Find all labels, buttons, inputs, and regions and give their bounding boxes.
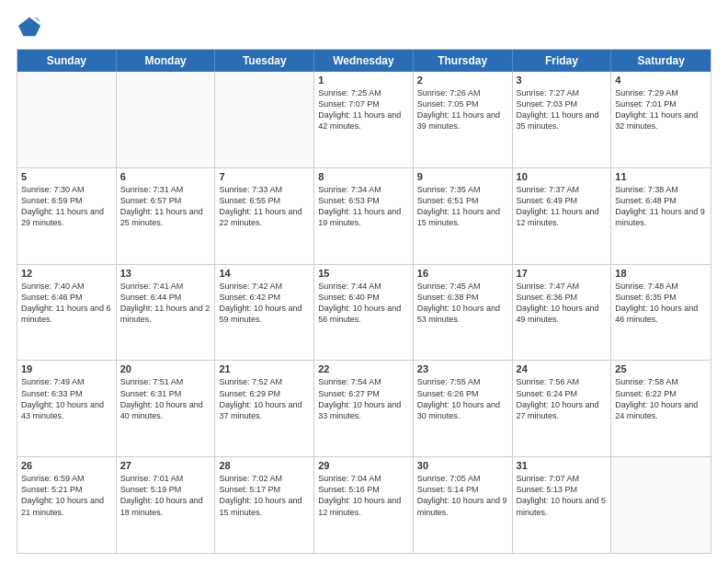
calendar-cell: 9Sunrise: 7:35 AMSunset: 6:51 PMDaylight… — [414, 168, 513, 264]
day-number: 8 — [318, 171, 409, 182]
cell-info: Sunrise: 7:38 AMSunset: 6:48 PMDaylight:… — [615, 184, 707, 229]
cell-info: Sunrise: 7:04 AMSunset: 5:16 PMDaylight:… — [318, 473, 409, 518]
day-number: 11 — [615, 171, 707, 182]
calendar-header-wednesday: Wednesday — [314, 50, 414, 72]
calendar-cell: 1Sunrise: 7:25 AMSunset: 7:07 PMDaylight… — [314, 72, 414, 167]
day-number: 2 — [417, 75, 508, 86]
cell-info: Sunrise: 7:47 AMSunset: 6:36 PMDaylight:… — [517, 281, 608, 326]
day-number: 31 — [517, 460, 608, 471]
day-number: 16 — [417, 268, 508, 279]
calendar-cell: 31Sunrise: 7:07 AMSunset: 5:13 PMDayligh… — [513, 457, 612, 553]
page: SundayMondayTuesdayWednesdayThursdayFrid… — [0, 0, 728, 563]
cell-info: Sunrise: 7:56 AMSunset: 6:24 PMDaylight:… — [517, 376, 608, 421]
calendar-cell: 25Sunrise: 7:58 AMSunset: 6:22 PMDayligh… — [611, 361, 711, 456]
calendar-cell: 28Sunrise: 7:02 AMSunset: 5:17 PMDayligh… — [215, 457, 314, 553]
calendar-cell: 7Sunrise: 7:33 AMSunset: 6:55 PMDaylight… — [215, 168, 314, 264]
calendar-header-friday: Friday — [513, 50, 612, 72]
calendar-header-monday: Monday — [117, 50, 216, 72]
cell-info: Sunrise: 7:25 AMSunset: 7:07 PMDaylight:… — [318, 87, 409, 132]
calendar-cell: 11Sunrise: 7:38 AMSunset: 6:48 PMDayligh… — [611, 168, 711, 264]
calendar-header-saturday: Saturday — [611, 50, 711, 72]
day-number: 30 — [417, 460, 508, 471]
calendar-header-row: SundayMondayTuesdayWednesdayThursdayFrid… — [17, 50, 711, 72]
day-number: 24 — [517, 363, 608, 374]
calendar-cell — [117, 72, 216, 167]
calendar: SundayMondayTuesdayWednesdayThursdayFrid… — [17, 49, 711, 554]
cell-info: Sunrise: 7:54 AMSunset: 6:27 PMDaylight:… — [318, 376, 409, 421]
calendar-header-thursday: Thursday — [414, 50, 513, 72]
cell-info: Sunrise: 7:55 AMSunset: 6:26 PMDaylight:… — [417, 376, 508, 421]
day-number: 10 — [517, 171, 608, 182]
calendar-cell: 13Sunrise: 7:41 AMSunset: 6:44 PMDayligh… — [117, 265, 216, 361]
calendar-header-tuesday: Tuesday — [215, 50, 314, 72]
calendar-cell — [17, 72, 117, 167]
cell-info: Sunrise: 7:40 AMSunset: 6:46 PMDaylight:… — [21, 281, 112, 326]
day-number: 29 — [318, 460, 409, 471]
day-number: 6 — [120, 171, 211, 182]
calendar-cell: 29Sunrise: 7:04 AMSunset: 5:16 PMDayligh… — [314, 457, 414, 553]
cell-info: Sunrise: 7:35 AMSunset: 6:51 PMDaylight:… — [417, 184, 508, 229]
calendar-cell: 10Sunrise: 7:37 AMSunset: 6:49 PMDayligh… — [513, 168, 612, 264]
day-number: 1 — [318, 75, 409, 86]
calendar-header-sunday: Sunday — [17, 50, 117, 72]
cell-info: Sunrise: 7:41 AMSunset: 6:44 PMDaylight:… — [120, 281, 211, 326]
calendar-body: 1Sunrise: 7:25 AMSunset: 7:07 PMDaylight… — [17, 72, 711, 553]
cell-info: Sunrise: 7:45 AMSunset: 6:38 PMDaylight:… — [417, 281, 508, 326]
cell-info: Sunrise: 7:42 AMSunset: 6:42 PMDaylight:… — [219, 281, 310, 326]
logo-icon — [17, 14, 42, 40]
calendar-week-4: 19Sunrise: 7:49 AMSunset: 6:33 PMDayligh… — [17, 361, 711, 457]
cell-info: Sunrise: 7:34 AMSunset: 6:53 PMDaylight:… — [318, 184, 409, 229]
calendar-cell: 8Sunrise: 7:34 AMSunset: 6:53 PMDaylight… — [314, 168, 414, 264]
cell-info: Sunrise: 7:31 AMSunset: 6:57 PMDaylight:… — [120, 184, 211, 229]
calendar-cell — [611, 457, 711, 553]
calendar-cell: 16Sunrise: 7:45 AMSunset: 6:38 PMDayligh… — [414, 265, 513, 361]
calendar-cell: 18Sunrise: 7:48 AMSunset: 6:35 PMDayligh… — [611, 265, 711, 361]
calendar-week-1: 1Sunrise: 7:25 AMSunset: 7:07 PMDaylight… — [17, 72, 711, 168]
svg-marker-0 — [18, 17, 40, 37]
logo — [17, 14, 46, 40]
day-number: 3 — [517, 75, 608, 86]
calendar-cell: 17Sunrise: 7:47 AMSunset: 6:36 PMDayligh… — [513, 265, 612, 361]
day-number: 18 — [615, 268, 707, 279]
cell-info: Sunrise: 7:30 AMSunset: 6:59 PMDaylight:… — [21, 184, 112, 229]
calendar-cell: 23Sunrise: 7:55 AMSunset: 6:26 PMDayligh… — [414, 361, 513, 456]
cell-info: Sunrise: 7:29 AMSunset: 7:01 PMDaylight:… — [615, 87, 707, 132]
day-number: 9 — [417, 171, 508, 182]
calendar-cell — [215, 72, 314, 167]
day-number: 12 — [21, 268, 112, 279]
cell-info: Sunrise: 7:58 AMSunset: 6:22 PMDaylight:… — [615, 376, 707, 421]
day-number: 28 — [219, 460, 310, 471]
cell-info: Sunrise: 7:49 AMSunset: 6:33 PMDaylight:… — [21, 376, 112, 421]
cell-info: Sunrise: 7:01 AMSunset: 5:19 PMDaylight:… — [120, 473, 211, 518]
calendar-cell: 30Sunrise: 7:05 AMSunset: 5:14 PMDayligh… — [414, 457, 513, 553]
header — [17, 14, 711, 40]
cell-info: Sunrise: 7:26 AMSunset: 7:05 PMDaylight:… — [417, 87, 508, 132]
day-number: 5 — [21, 171, 112, 182]
calendar-cell: 5Sunrise: 7:30 AMSunset: 6:59 PMDaylight… — [17, 168, 117, 264]
calendar-cell: 4Sunrise: 7:29 AMSunset: 7:01 PMDaylight… — [611, 72, 711, 167]
day-number: 26 — [21, 460, 112, 471]
calendar-cell: 21Sunrise: 7:52 AMSunset: 6:29 PMDayligh… — [215, 361, 314, 456]
calendar-week-3: 12Sunrise: 7:40 AMSunset: 6:46 PMDayligh… — [17, 265, 711, 362]
calendar-cell: 19Sunrise: 7:49 AMSunset: 6:33 PMDayligh… — [17, 361, 117, 456]
day-number: 23 — [417, 363, 508, 374]
day-number: 20 — [120, 363, 211, 374]
day-number: 14 — [219, 268, 310, 279]
calendar-cell: 6Sunrise: 7:31 AMSunset: 6:57 PMDaylight… — [117, 168, 216, 264]
cell-info: Sunrise: 7:05 AMSunset: 5:14 PMDaylight:… — [417, 473, 508, 518]
day-number: 19 — [21, 363, 112, 374]
day-number: 7 — [219, 171, 310, 182]
cell-info: Sunrise: 6:59 AMSunset: 5:21 PMDaylight:… — [21, 473, 112, 518]
calendar-cell: 20Sunrise: 7:51 AMSunset: 6:31 PMDayligh… — [117, 361, 216, 456]
day-number: 17 — [517, 268, 608, 279]
cell-info: Sunrise: 7:37 AMSunset: 6:49 PMDaylight:… — [517, 184, 608, 229]
day-number: 4 — [615, 75, 707, 86]
cell-info: Sunrise: 7:33 AMSunset: 6:55 PMDaylight:… — [219, 184, 310, 229]
calendar-week-5: 26Sunrise: 6:59 AMSunset: 5:21 PMDayligh… — [17, 457, 711, 553]
cell-info: Sunrise: 7:07 AMSunset: 5:13 PMDaylight:… — [517, 473, 608, 518]
calendar-week-2: 5Sunrise: 7:30 AMSunset: 6:59 PMDaylight… — [17, 168, 711, 265]
calendar-cell: 2Sunrise: 7:26 AMSunset: 7:05 PMDaylight… — [414, 72, 513, 167]
calendar-cell: 24Sunrise: 7:56 AMSunset: 6:24 PMDayligh… — [513, 361, 612, 456]
calendar-cell: 12Sunrise: 7:40 AMSunset: 6:46 PMDayligh… — [17, 265, 117, 361]
cell-info: Sunrise: 7:48 AMSunset: 6:35 PMDaylight:… — [615, 281, 707, 326]
